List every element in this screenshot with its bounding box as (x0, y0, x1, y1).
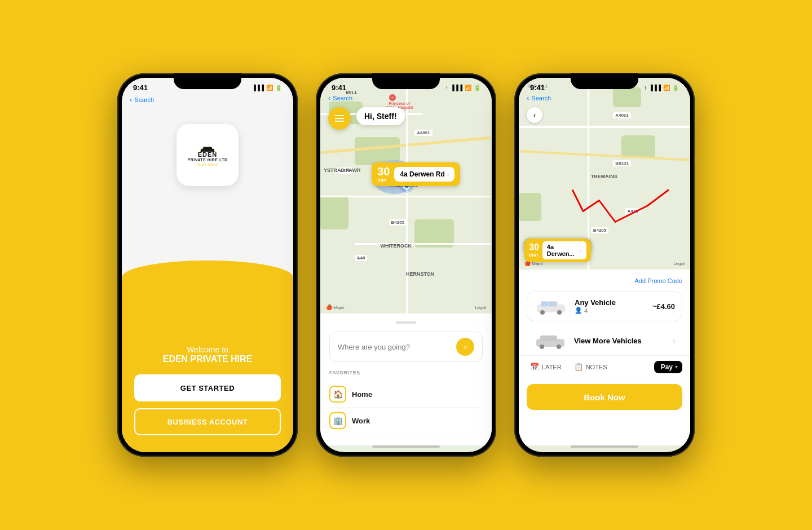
status-bar-2: 9:41 ↑ ▐▐▐ 📶 🔋 (320, 78, 492, 94)
scroll-indicator-2 (396, 321, 416, 324)
map-road-h2 (355, 243, 492, 245)
notch-1 (174, 73, 241, 89)
status-bar-3: 9:41 ↑ ▐▐▐ 📶 🔋 (519, 78, 690, 94)
svg-rect-3 (203, 147, 212, 150)
app-logo: ✦ ✦ EDEN PRIVATE HIRE LTD 01324 420000 (176, 124, 239, 186)
road-label-a4061: A4061 (414, 130, 433, 136)
place-ystrad: YSTRAD FAWR (324, 167, 361, 173)
apple-maps-badge-2: 🍎 Maps (326, 304, 345, 310)
welcome-text: Welcome to EDEN PRIVATE HIRE (163, 345, 253, 364)
calendar-icon: 📅 (530, 363, 539, 371)
logo-eden-text: EDEN (198, 151, 218, 158)
search-arrow-btn[interactable]: › (456, 338, 474, 356)
nav-bar-1: ‹ Search (122, 94, 293, 107)
svg-rect-11 (549, 302, 556, 306)
wifi-icon-2: 📶 (465, 85, 471, 91)
back-chevron-2: ‹ (328, 94, 330, 102)
map-bg-3: Pendre OLD MILL TREMAINS A4061 B8101 A47… (519, 78, 690, 270)
promo-code-link[interactable]: Add Promo Code (635, 277, 682, 284)
nav-bar-2: ‹ Search (320, 92, 492, 105)
status-icons-2: ↑ ▐▐▐ 📶 🔋 (445, 85, 480, 91)
apple-pay-button[interactable]: Pay ▾ (654, 361, 682, 373)
time-2: 9:41 (332, 83, 346, 92)
eta-badge-3: 30 min 4a Derwen... › (524, 238, 591, 262)
action-bar: 📅 LATER 📋 NOTES Pay ▾ (519, 355, 690, 378)
vehicle-price-any: ~£4.60 (652, 302, 675, 311)
back-chevron-3: ‹ (527, 94, 529, 102)
nav-search-label-3: Search (531, 95, 551, 101)
phone1-main-content: ✦ ✦ EDEN PRIVATE HIRE LTD 01324 420000 W… (122, 107, 293, 452)
phone-1: 9:41 ▐▐▐ 📶 🔋 ‹ Search (117, 73, 298, 457)
phone3-bottom-panel: Add Promo Code Any Vehicle 👤 4 (519, 270, 690, 445)
vehicle-image-more (533, 332, 567, 350)
bottom-sheet-2: › FAVORITES 🏠 Home 🏢 Work (320, 313, 492, 445)
person-icon: 👤 (575, 307, 582, 314)
search-input-row[interactable]: › (329, 332, 483, 362)
promo-row: Add Promo Code (527, 275, 682, 285)
status-icons-3: ↑ ▐▐▐ 📶 🔋 (644, 85, 679, 91)
road-label-b4205: B4205 (389, 219, 407, 226)
road-label-a48: A48 (355, 255, 368, 261)
eta-address-3[interactable]: 4a Derwen... › (542, 241, 586, 259)
home-indicator-3 (571, 445, 638, 448)
svg-point-15 (557, 344, 561, 349)
nav-search-label-1: Search (134, 96, 154, 103)
notes-button[interactable]: 📋 NOTES (571, 360, 611, 373)
location-icon-3: ↑ (644, 85, 647, 91)
back-chevron-1: ‹ (130, 95, 132, 104)
vehicle-name-any: Any Vehicle (575, 298, 652, 307)
svg-rect-13 (540, 335, 557, 341)
battery-icon: 🔋 (275, 85, 282, 91)
map-container-3: Pendre OLD MILL TREMAINS A4061 B8101 A47… (519, 78, 690, 270)
favorite-home[interactable]: 🏠 Home (329, 381, 483, 408)
eta-row-3: 30 min 4a Derwen... › 📍 PIZZA HUT,... › (524, 238, 591, 253)
apple-pay-chevron: ▾ (675, 364, 678, 370)
welcome-line2: EDEN PRIVATE HIRE (163, 354, 253, 364)
map-park-3 (320, 196, 348, 229)
location-icon-2: ↑ (445, 85, 448, 91)
book-now-button[interactable]: Book Now (527, 384, 682, 410)
signal-icon-2: ▐▐▐ (451, 85, 462, 91)
legal-badge-2: Legal (475, 305, 486, 310)
battery-icon-2: 🔋 (474, 85, 480, 91)
view-more-vehicles-row[interactable]: View More Vehicles › (527, 326, 682, 355)
svg-point-14 (540, 344, 544, 349)
vehicle-image-any (534, 297, 568, 315)
later-button[interactable]: 📅 LATER (527, 360, 565, 373)
phone-3: Pendre OLD MILL TREMAINS A4061 B8101 A47… (514, 73, 695, 457)
vehicle-card-any[interactable]: Any Vehicle 👤 4 ~£4.60 (527, 291, 682, 321)
vehicle-info-any: Any Vehicle 👤 4 (575, 298, 652, 314)
svg-rect-10 (541, 302, 548, 306)
business-account-button[interactable]: BUSINESS ACCOUNT (134, 408, 281, 435)
eta-chevron-2: › (447, 171, 449, 178)
vehicle-seats-any: 👤 4 (575, 307, 652, 314)
signal-icon-3: ▐▐▐ (649, 85, 661, 91)
home-icon: 🏠 (329, 386, 346, 403)
wifi-icon: 📶 (266, 85, 273, 91)
eta-number-2: 30 min (377, 166, 390, 183)
back-button-3[interactable]: ‹ (527, 107, 542, 123)
home-indicator-2 (372, 445, 440, 448)
legal-badge-3: Legal (673, 261, 685, 266)
hamburger-icon (335, 115, 344, 122)
apple-pay-label: Pay (661, 363, 673, 371)
eta-number-block-3: 30 min (529, 243, 539, 258)
svg-point-8 (540, 310, 545, 315)
phone1-bottom-section: Welcome to EDEN PRIVATE HIRE GET STARTED… (133, 311, 282, 452)
place-hernston: HERNSTON (406, 271, 434, 277)
destination-input[interactable] (338, 343, 452, 351)
status-icons-1: ▐▐▐ 📶 🔋 (252, 85, 282, 91)
eta-address-2[interactable]: 4a Derwen Rd › (394, 167, 454, 182)
menu-fab[interactable] (328, 107, 351, 130)
logo-phone-number: 01324 420000 (197, 163, 218, 166)
time-3: 9:41 (530, 83, 545, 92)
favorite-work[interactable]: 🏢 Work (329, 408, 483, 434)
nav-bar-3: ‹ Search (519, 92, 690, 105)
logo-arch: ✦ ✦ EDEN PRIVATE HIRE LTD 01324 420000 (185, 144, 230, 166)
apple-icon-2: 🍎 (326, 304, 332, 310)
view-more-chevron: › (673, 336, 676, 345)
logo-private-text: PRIVATE HIRE LTD (188, 158, 228, 162)
place-whiterock: WHITEROCK (380, 243, 412, 249)
eta-badge-2: 30 min 4a Derwen Rd › (372, 162, 460, 186)
get-started-button[interactable]: GET STARTED (134, 374, 281, 401)
